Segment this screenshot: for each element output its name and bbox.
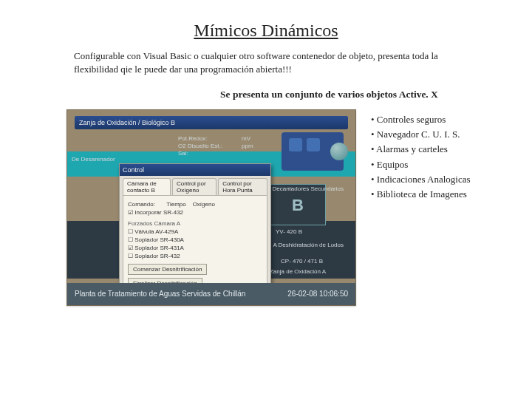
label-desarenador: De Desarenador: [72, 156, 115, 163]
btn-comenzar[interactable]: Comenzar Desnitrificación: [128, 264, 207, 275]
window-titlebar: Zanja de Oxidación / Biológico B: [75, 116, 348, 129]
subtitle-text: Se presenta un conjunto de varios objeto…: [220, 89, 532, 100]
label-potredox: Pot.Redox:: [178, 135, 208, 142]
indicator-dot: [330, 143, 348, 160]
list-item: Alarmas y carteles: [371, 142, 471, 157]
dialog-titlebar: Control: [120, 164, 270, 176]
chk-sr432b[interactable]: Soplador SR-432: [128, 253, 262, 259]
figure-footer: Planta de Tratamiento de Aguas Servidas …: [67, 283, 355, 305]
screenshot-figure: Zanja de Oxidación / Biológico B B De De…: [66, 109, 356, 306]
list-item: Indicaciones Analogicas: [371, 172, 471, 187]
field-tiempo: Tiempo: [166, 201, 185, 208]
page-title: Mímicos Dinámicos: [0, 21, 532, 41]
chk-sr430a[interactable]: Soplador SR-430A: [128, 236, 262, 243]
chk-sr431a[interactable]: Soplador SR-431A: [128, 245, 262, 251]
field-oxigeno: Oxígeno: [193, 201, 215, 208]
label-desh: A Deshidratación de Lodos: [273, 242, 344, 248]
comando-label: Comando:: [128, 201, 155, 208]
group-label: Forzados Cámara A: [128, 220, 262, 227]
label-sal: Sal:: [178, 150, 188, 157]
chk-av429a[interactable]: Válvula AV-429A: [128, 228, 262, 235]
control-dialog: Control Cámara de contacto B Control por…: [119, 163, 271, 287]
label-o2: O2 Disuelto Est.:: [178, 143, 222, 149]
label-decant: A Decantadores Secundarios: [267, 185, 344, 192]
list-item: Equipos: [371, 157, 471, 172]
tab-oxigeno[interactable]: Control por Oxígeno: [172, 178, 216, 195]
chk-sr432[interactable]: Incorporar SR-432: [128, 209, 262, 216]
tab-camara[interactable]: Cámara de contacto B: [123, 178, 171, 195]
dialog-tabs: Cámara de contacto B Control por Oxígeno…: [120, 176, 270, 195]
label-zanja: Zanja de Oxidación A: [270, 268, 326, 275]
list-item: Biblioteca de Imagenes: [371, 187, 471, 202]
footer-right: 26-02-08 10:06:50: [287, 283, 348, 305]
dialog-body: Comando: Tiempo Oxígeno Incorporar SR-43…: [123, 195, 267, 293]
list-item: Navegador C. U. I. S.: [371, 127, 471, 142]
bullet-list: Controles seguros Navegador C. U. I. S. …: [371, 112, 471, 202]
description-text: Configurable con Visual Basic o cualquie…: [74, 50, 458, 75]
tab-hora[interactable]: Control por Hora Punta: [218, 178, 267, 195]
label-mv: mV: [242, 135, 250, 142]
label-ppm: ppm: [242, 143, 253, 149]
list-item: Controles seguros: [371, 112, 471, 127]
label-cp: CP- 470 / 471 B: [281, 258, 323, 265]
label-yv: YV- 420 B: [276, 228, 302, 235]
footer-left: Planta de Tratamiento de Aguas Servidas …: [75, 283, 245, 305]
